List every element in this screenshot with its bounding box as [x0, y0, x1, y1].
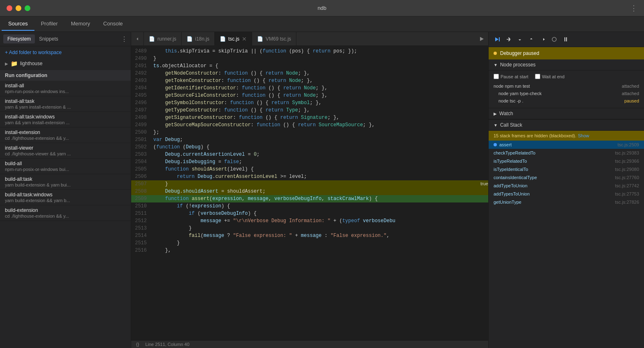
step-out-button[interactable]: [526, 34, 536, 44]
node-processes-section: Pause at start Wait at end node npm run …: [489, 71, 644, 108]
code-line-2507: 2507 } true: [131, 180, 488, 188]
file-tab-i18n[interactable]: 📄 i18n.js: [182, 32, 215, 46]
run-item-1[interactable]: install-all:task yarn & yarn install-ext…: [0, 96, 131, 112]
run-item-0[interactable]: install-all npm-run-posix-or-windows ins…: [0, 81, 131, 96]
pause-at-start-option[interactable]: Pause at start: [494, 74, 528, 79]
process-item-1[interactable]: node yarn type-check attached: [494, 90, 639, 97]
editor-nav-back[interactable]: [131, 32, 144, 46]
file-tab-runner[interactable]: 📄 runner.js: [144, 32, 182, 46]
file-tab-icon-runner: 📄: [149, 36, 155, 42]
stack-frame-6[interactable]: addTypesToUnion tsc.js:27753: [489, 190, 644, 198]
file-tab-vm69[interactable]: 📄 VM69 tsc.js: [252, 32, 296, 46]
frame-name-0: assert: [499, 142, 512, 147]
show-blackboxed-link[interactable]: Show: [578, 133, 589, 138]
run-items-list: install-all npm-run-posix-or-windows ins…: [0, 81, 131, 221]
close-button[interactable]: [7, 5, 12, 11]
file-tab-tsc[interactable]: 📄 tsc.js ✕: [215, 32, 252, 46]
stack-frame-3[interactable]: isTypeIdenticalTo tsc.js:29080: [489, 165, 644, 173]
process-item-0[interactable]: node npm run test attached: [494, 82, 639, 90]
code-lines[interactable]: 2489 this.skipTrivia = skipTrivia || (fu…: [131, 46, 488, 340]
run-item-6[interactable]: build-all:task yarn build-extension & ya…: [0, 174, 131, 190]
node-processes-header[interactable]: ▼ Node processes: [489, 59, 644, 71]
code-line-2496: 2496 getSymbolConstructor: function () {…: [131, 99, 488, 107]
step-into-button[interactable]: [515, 34, 525, 44]
stack-frame-5[interactable]: addTypeToUnion tsc.js:27742: [489, 182, 644, 190]
code-line-2501: 2501 var Debug;: [131, 136, 488, 143]
watch-header[interactable]: ▶ Watch: [489, 108, 644, 119]
pause-at-start-checkbox[interactable]: [494, 74, 499, 79]
run-item-5[interactable]: build-all npm-run-posix-or-windows bui..…: [0, 159, 131, 174]
code-line-2497: 2497 getTypeConstructor: function () { r…: [131, 107, 488, 114]
code-line-2489: 2489 this.skipTrivia = skipTrivia || (fu…: [131, 48, 488, 55]
step-button[interactable]: [538, 34, 548, 44]
tab-console[interactable]: Console: [97, 17, 130, 31]
sidebar-more-icon[interactable]: ⋮: [121, 35, 127, 43]
code-line-2515: 2515 }: [131, 239, 488, 247]
process-item-2[interactable]: node tsc -p . paused: [494, 97, 639, 105]
more-options-icon[interactable]: ⋮: [630, 4, 637, 13]
run-item-2[interactable]: install-all:task:windows yarn && yarn in…: [0, 112, 131, 127]
frame-location-1: tsc.js:29383: [615, 150, 639, 155]
stack-frame-2[interactable]: isTypeRelatedTo tsc.js:29366: [489, 157, 644, 165]
node-processes-label: Node processes: [500, 62, 536, 68]
code-line-2509: 2509 function assert(expression, message…: [131, 195, 488, 202]
call-stack-header[interactable]: ▼ Call Stack: [489, 120, 644, 131]
minimize-button[interactable]: [16, 5, 21, 11]
main-tab-bar: Sources Profiler Memory Console: [0, 16, 644, 32]
process-status-0: attached: [622, 84, 639, 89]
wait-at-end-checkbox[interactable]: [535, 74, 540, 79]
app-layout: Filesystem Snippets ⋮ + Add folder to wo…: [0, 32, 644, 348]
run-item-3[interactable]: install-extension cd ./lighthouse-extens…: [0, 127, 131, 143]
stack-frame-0[interactable]: assert tsc.js:2509: [489, 141, 644, 149]
deactivate-breakpoints-button[interactable]: [549, 34, 559, 44]
titlebar: ndb ⋮: [0, 0, 644, 16]
run-item-7[interactable]: build-all:task:windows yarn build-extens…: [0, 190, 131, 205]
run-item-8[interactable]: build-extension cd ./lighthouse-extensio…: [0, 205, 131, 221]
sidebar-tab-filesystem[interactable]: Filesystem: [3, 34, 35, 43]
frame-location-6: tsc.js:27753: [615, 191, 639, 196]
tab-sources[interactable]: Sources: [2, 17, 34, 31]
tab-profiler[interactable]: Profiler: [34, 17, 64, 31]
stack-frame-1[interactable]: checkTypeRelatedTo tsc.js:29383: [489, 149, 644, 157]
call-stack-chevron: ▼: [494, 123, 498, 127]
frame-name-7: getUnionType: [494, 200, 521, 205]
code-line-2503: 2503 Debug.currentAssertionLevel = 0;: [131, 151, 488, 158]
frame-name-6: addTypesToUnion: [494, 191, 530, 196]
maximize-button[interactable]: [25, 5, 30, 11]
hidden-frames-text: 15 stack frames are hidden (blackboxed).: [494, 133, 576, 138]
editor-cursor-position: Line 2511, Column 40: [145, 342, 189, 347]
editor-run-button[interactable]: [475, 32, 488, 46]
editor-status-bar: {} Line 2511, Column 40: [131, 340, 488, 348]
editor-tab-bar: 📄 runner.js 📄 i18n.js 📄 tsc.js ✕ 📄 VM69 …: [131, 32, 488, 46]
step-over-button[interactable]: [503, 34, 513, 44]
stack-frame-7[interactable]: getUnionType tsc.js:27826: [489, 198, 644, 206]
code-line-2506: 2506 return Debug.currentAssertionLevel …: [131, 173, 488, 180]
right-panel: Debugger paused ▼ Node processes Pause a…: [488, 32, 644, 348]
frame-location-5: tsc.js:27742: [615, 183, 639, 188]
debugger-paused-banner: Debugger paused: [489, 47, 644, 59]
run-item-4[interactable]: install-viewer cd ./lighthouse-viewer &&…: [0, 143, 131, 159]
watch-chevron: ▶: [494, 111, 497, 116]
main-content: 📄 runner.js 📄 i18n.js 📄 tsc.js ✕ 📄 VM69 …: [131, 32, 488, 348]
folder-name: lighthouse: [20, 61, 43, 66]
file-tab-icon-i18n: 📄: [187, 36, 193, 42]
call-stack-label: Call Stack: [500, 122, 522, 128]
process-name-2: node tsc -p .: [498, 98, 523, 103]
sidebar-tab-snippets[interactable]: Snippets: [35, 34, 62, 43]
resume-button[interactable]: [492, 34, 502, 44]
frame-name-2: isTypeRelatedTo: [494, 159, 527, 164]
stack-frame-4[interactable]: containsIdenticalType tsc.js:27760: [489, 173, 644, 182]
run-item-cmd-6: yarn build-extension & yarn bui...: [5, 182, 126, 187]
tab-memory[interactable]: Memory: [64, 17, 97, 31]
run-item-name-8: build-extension: [5, 207, 126, 213]
add-folder-label: + Add folder to workspace: [5, 50, 61, 55]
file-tab-close-tsc[interactable]: ✕: [242, 36, 247, 42]
folder-icon: 📁: [11, 60, 18, 67]
process-name-1: node yarn type-check: [498, 91, 542, 96]
code-line-2511: 2511 if (verboseDebugInfo) {: [131, 210, 488, 217]
folder-lighthouse[interactable]: ▶ 📁 lighthouse: [0, 59, 131, 68]
wait-at-end-option[interactable]: Wait at end: [535, 74, 564, 79]
add-folder-button[interactable]: + Add folder to workspace: [0, 46, 131, 59]
run-item-name-2: install-all:task:windows: [5, 114, 126, 120]
pause-on-exceptions-button[interactable]: [561, 34, 571, 44]
